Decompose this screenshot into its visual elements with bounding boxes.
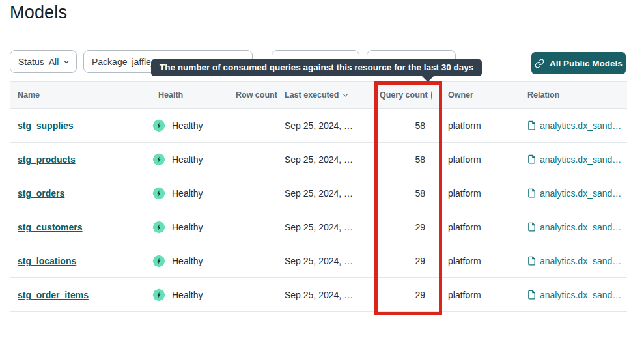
- table-row: stg_locations Healthy Sep 25, 2024, … 29…: [10, 244, 627, 278]
- relation-link[interactable]: analytics.dx_sand…: [540, 222, 621, 232]
- health-status-label: Healthy: [172, 222, 203, 232]
- health-status-label: Healthy: [172, 120, 203, 131]
- table-row: stg_order_items Healthy Sep 25, 2024, … …: [10, 278, 627, 312]
- models-page: Models Status All Package jaffle_ All Pu…: [0, 0, 644, 349]
- owner-cell: platform: [432, 290, 511, 300]
- relation-link[interactable]: analytics.dx_sand…: [540, 188, 621, 199]
- healthy-badge-icon: [152, 152, 166, 167]
- document-icon: [527, 120, 536, 130]
- relation-link[interactable]: analytics.dx_sand…: [540, 120, 621, 131]
- column-header-relation[interactable]: Relation: [511, 91, 627, 100]
- all-public-models-button[interactable]: All Public Models: [531, 52, 626, 74]
- status-filter-value: All: [49, 57, 59, 67]
- table-header-row: Name Health Row count Last executed Quer…: [10, 81, 627, 109]
- health-status-label: Healthy: [172, 290, 203, 300]
- last-executed-cell: Sep 25, 2024, …: [277, 222, 366, 232]
- column-header-row-count[interactable]: Row count: [228, 91, 277, 100]
- health-status-label: Healthy: [172, 154, 203, 165]
- owner-cell: platform: [432, 188, 511, 199]
- model-link[interactable]: stg_products: [18, 154, 76, 165]
- column-header-name[interactable]: Name: [10, 91, 150, 100]
- last-executed-cell: Sep 25, 2024, …: [277, 290, 366, 300]
- column-header-health[interactable]: Health: [150, 91, 228, 100]
- query-count-tooltip: The number of consumed queries against t…: [151, 59, 482, 76]
- document-icon: [527, 188, 536, 198]
- table-row: stg_supplies Healthy Sep 25, 2024, … 58 …: [10, 109, 627, 143]
- healthy-badge-icon: [152, 254, 166, 268]
- model-link[interactable]: stg_supplies: [18, 120, 74, 131]
- document-icon: [527, 256, 536, 266]
- relation-link[interactable]: analytics.dx_sand…: [540, 154, 621, 165]
- model-link[interactable]: stg_orders: [18, 188, 64, 199]
- table-row: stg_orders Healthy Sep 25, 2024, … 58 pl…: [10, 176, 627, 210]
- status-filter-dropdown[interactable]: Status All: [10, 50, 77, 73]
- last-executed-cell: Sep 25, 2024, …: [277, 120, 366, 131]
- owner-cell: platform: [432, 154, 511, 165]
- query-count-cell: 58: [366, 188, 432, 199]
- status-filter-label: Status: [18, 57, 44, 67]
- healthy-badge-icon: [152, 119, 166, 133]
- healthy-badge-icon: [152, 288, 166, 302]
- models-table: Name Health Row count Last executed Quer…: [10, 81, 627, 312]
- column-header-last-executed[interactable]: Last executed: [277, 91, 366, 100]
- last-executed-cell: Sep 25, 2024, …: [277, 256, 366, 266]
- relation-link[interactable]: analytics.dx_sand…: [540, 256, 621, 266]
- sort-chevron-down-icon: [343, 92, 348, 98]
- tooltip-arrow: [422, 76, 434, 82]
- table-row: stg_products Healthy Sep 25, 2024, … 58 …: [10, 143, 627, 176]
- query-count-cell: 58: [366, 120, 432, 131]
- model-link[interactable]: stg_locations: [18, 256, 76, 266]
- table-row: stg_customers Healthy Sep 25, 2024, … 29…: [10, 210, 627, 244]
- relation-link[interactable]: analytics.dx_sand…: [540, 290, 621, 300]
- last-executed-cell: Sep 25, 2024, …: [277, 154, 366, 165]
- column-header-owner[interactable]: Owner: [432, 91, 511, 100]
- document-icon: [527, 290, 536, 300]
- health-status-label: Healthy: [172, 188, 203, 199]
- query-count-cell: 58: [366, 154, 432, 165]
- health-status-label: Healthy: [172, 256, 203, 266]
- query-count-label: Query count: [380, 91, 428, 100]
- link-icon: [535, 59, 544, 68]
- document-icon: [527, 222, 536, 232]
- owner-cell: platform: [432, 120, 511, 131]
- owner-cell: platform: [432, 222, 511, 232]
- healthy-badge-icon: [152, 186, 166, 201]
- column-header-query-count[interactable]: Query count i: [366, 91, 432, 100]
- page-title: Models: [10, 3, 67, 23]
- package-filter-label: Package: [92, 57, 127, 67]
- query-count-cell: 29: [366, 222, 432, 232]
- all-public-models-label: All Public Models: [550, 59, 623, 68]
- last-executed-label: Last executed: [285, 91, 339, 100]
- model-link[interactable]: stg_customers: [18, 222, 83, 232]
- document-icon: [527, 154, 536, 164]
- query-count-cell: 29: [366, 256, 432, 266]
- model-link[interactable]: stg_order_items: [18, 290, 89, 300]
- last-executed-cell: Sep 25, 2024, …: [277, 188, 366, 199]
- healthy-badge-icon: [152, 220, 166, 234]
- owner-cell: platform: [432, 256, 511, 266]
- query-count-cell: 29: [366, 290, 432, 300]
- chevron-down-icon: [63, 59, 70, 65]
